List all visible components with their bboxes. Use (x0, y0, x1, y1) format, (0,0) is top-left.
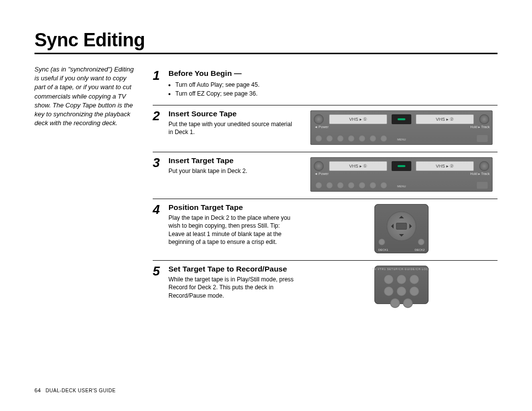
step-description: Put your blank tape in Deck 2. (168, 167, 296, 175)
transport-buttons (315, 182, 387, 189)
transport-button-icon (315, 135, 322, 142)
transport-button-icon (337, 135, 344, 142)
remote-button-icon (384, 286, 394, 296)
page-footer: 64 DUAL-DECK USER'S GUIDE (34, 387, 116, 393)
transport-button-icon (369, 135, 376, 142)
step-number: 5 (153, 265, 164, 300)
transport-button-icon (359, 182, 366, 189)
step-heading: Position Target Tape (168, 203, 296, 212)
step-description: Play the tape in Deck 2 to the place whe… (168, 214, 296, 246)
vcr-panel-illustration: VHS ▸ ① VHS ▸ ② ◄ Power Hold ▸ Track (310, 157, 493, 192)
display-icon (392, 114, 411, 124)
step-number: 3 (153, 156, 164, 175)
remote-button-icon (390, 298, 400, 308)
track-knob-icon (479, 114, 489, 124)
remote-button-icon (403, 298, 413, 308)
transport-button-icon (315, 182, 322, 189)
menu-label: MENU (397, 185, 406, 188)
track-knob-icon (479, 161, 489, 171)
menu-label: MENU (397, 138, 406, 141)
step-3: 3 Insert Target Tape Put your blank tape… (153, 152, 498, 199)
steps-column: 1 Before You Begin — Turn off Auto Play;… (153, 65, 498, 311)
transport-button-icon (337, 182, 344, 189)
remote-arc-label: TV·VTR1 SETUP/CH·GUIDE/CH·LOCK (372, 268, 431, 271)
page-number: 64 (34, 387, 41, 393)
transport-button-icon (380, 135, 387, 142)
power-knob-icon (314, 114, 324, 124)
deck1-label: DECK1 (378, 248, 388, 251)
logo-plate (477, 135, 488, 142)
tape-slot-1: VHS ▸ ① (329, 161, 387, 171)
step-number: 1 (153, 69, 164, 98)
display-icon (392, 161, 411, 171)
deck2-button-icon (418, 239, 425, 245)
power-knob-icon (314, 161, 324, 171)
logo-plate (477, 182, 488, 189)
step-illustration: TV·VTR1 SETUP/CH·GUIDE/CH·LOCK (305, 265, 498, 304)
remote-button-icon (409, 286, 419, 296)
step-bullets: Turn off Auto Play; see page 45. Turn of… (168, 80, 296, 98)
arrow-down-icon (399, 234, 404, 239)
step-illustration: VHS ▸ ① VHS ▸ ② ◄ Power Hold ▸ Track (305, 109, 498, 145)
remote-dpad-illustration: DECK1 DECK2 (374, 204, 429, 253)
page-title: Sync Editing (34, 30, 498, 54)
bullet-item: Turn off Auto Play; see page 45. (175, 80, 296, 89)
vcr-panel-illustration: VHS ▸ ① VHS ▸ ② ◄ Power Hold ▸ Track (310, 110, 493, 145)
tape-slot-2: VHS ▸ ② (416, 114, 474, 124)
step-heading: Insert Target Tape (168, 156, 296, 166)
bullet-item: Turn off EZ Copy; see page 36. (175, 89, 296, 98)
transport-button-icon (348, 182, 355, 189)
step-5: 5 Set Target Tape to Record/Pause While … (153, 261, 498, 311)
step-2: 2 Insert Source Tape Put the tape with y… (153, 105, 498, 152)
transport-button-icon (326, 135, 333, 142)
power-caption: ◄ Power (314, 125, 329, 129)
content-area: Sync (as in "synchronized") Editing is u… (34, 65, 498, 311)
tape-slot-1: VHS ▸ ① (329, 114, 387, 124)
power-caption: ◄ Power (314, 172, 329, 175)
deck1-button-icon (378, 239, 385, 245)
transport-button-icon (348, 135, 355, 142)
step-illustration: DECK1 DECK2 (305, 203, 498, 253)
step-1: 1 Before You Begin — Turn off Auto Play;… (153, 65, 498, 105)
transport-buttons (315, 135, 387, 142)
dpad-icon (387, 211, 416, 241)
step-heading: Set Target Tape to Record/Pause (168, 265, 296, 274)
step-4: 4 Position Target Tape Play the tape in … (153, 199, 498, 261)
arrow-up-icon (399, 213, 404, 218)
transport-button-icon (359, 135, 366, 142)
transport-button-icon (369, 182, 376, 189)
tape-slot-2: VHS ▸ ② (416, 161, 474, 171)
step-illustration (305, 69, 498, 70)
step-heading: Insert Source Tape (168, 109, 296, 119)
track-caption: Hold ▸ Track (470, 125, 490, 129)
track-caption: Hold ▸ Track (470, 172, 490, 176)
step-number: 2 (153, 109, 164, 137)
step-heading: Before You Begin — (168, 69, 296, 78)
transport-button-icon (380, 182, 387, 189)
step-description: While the target tape is in Play/Still m… (168, 275, 296, 300)
intro-text: Sync (as in "synchronized") Editing is u… (34, 65, 138, 311)
transport-button-icon (326, 182, 333, 189)
arrow-left-icon (389, 224, 394, 229)
step-number: 4 (153, 203, 164, 246)
step-illustration: VHS ▸ ① VHS ▸ ② ◄ Power Hold ▸ Track (305, 156, 498, 192)
remote-button-icon (384, 274, 394, 284)
footer-guide-name: DUAL-DECK USER'S GUIDE (46, 388, 116, 393)
remote-grid-illustration: TV·VTR1 SETUP/CH·GUIDE/CH·LOCK (374, 266, 429, 304)
arrow-right-icon (409, 224, 414, 229)
deck2-label: DECK2 (415, 248, 425, 251)
remote-button-icon (397, 286, 406, 296)
step-description: Put the tape with your unedited source m… (168, 120, 296, 136)
remote-button-icon (409, 274, 419, 284)
remote-button-icon (397, 274, 406, 284)
